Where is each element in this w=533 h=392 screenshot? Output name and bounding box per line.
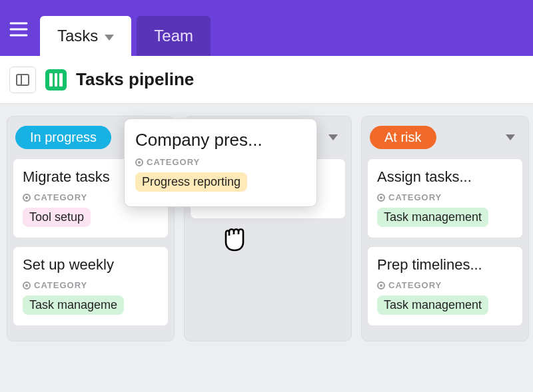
board-title: Tasks pipeline [76, 69, 194, 90]
status-pill[interactable]: At risk [370, 126, 436, 149]
svg-marker-11 [328, 134, 338, 140]
column-menu-button[interactable] [324, 132, 342, 144]
tab-label: Tasks [57, 27, 98, 45]
status-pill[interactable]: In progress [15, 126, 111, 149]
board-icon [45, 69, 67, 91]
task-card[interactable]: Prep timelines...CATEGORYTask management [367, 246, 523, 326]
tab-team[interactable]: Team [137, 16, 211, 56]
menu-icon[interactable] [7, 17, 31, 41]
category-tag: Progress reporting [135, 172, 247, 192]
chevron-down-icon [105, 27, 114, 45]
category-tag: Task management [377, 208, 488, 227]
column: At riskAssign tasks...CATEGORYTask manag… [361, 116, 529, 341]
svg-point-16 [380, 196, 382, 199]
category-tag: Task manageme [23, 295, 124, 315]
category-label: CATEGORY [377, 280, 513, 290]
card-title: Prep timelines... [377, 256, 513, 274]
layout-toggle-button[interactable] [9, 67, 36, 93]
topbar: Tasks Team [0, 0, 533, 56]
tab-tasks[interactable]: Tasks [40, 16, 131, 56]
dragging-card[interactable]: Company pres... CATEGORY Progress report… [124, 118, 317, 207]
svg-point-10 [25, 284, 28, 287]
svg-point-20 [138, 161, 141, 164]
svg-marker-14 [506, 134, 515, 140]
svg-point-18 [380, 284, 382, 287]
tab-label: Team [154, 27, 193, 45]
svg-marker-3 [105, 35, 114, 41]
column-header: At risk [367, 123, 523, 158]
svg-point-8 [25, 196, 28, 199]
card-title: Set up weekly [23, 256, 159, 274]
category-label: CATEGORY [23, 280, 159, 290]
task-card[interactable]: Set up weeklyCATEGORYTask manageme [13, 246, 169, 326]
category-tag: Tool setup [23, 208, 91, 227]
card-title: Company pres... [135, 130, 306, 150]
toolbar: Tasks pipeline [0, 56, 533, 104]
task-card[interactable]: Assign tasks...CATEGORYTask management [367, 158, 523, 238]
category-label: CATEGORY [135, 157, 306, 167]
card-title: Assign tasks... [377, 168, 513, 186]
category-label: CATEGORY [377, 192, 513, 202]
svg-rect-4 [17, 75, 29, 85]
column-menu-button[interactable] [502, 132, 519, 144]
category-tag: Task management [377, 295, 488, 315]
